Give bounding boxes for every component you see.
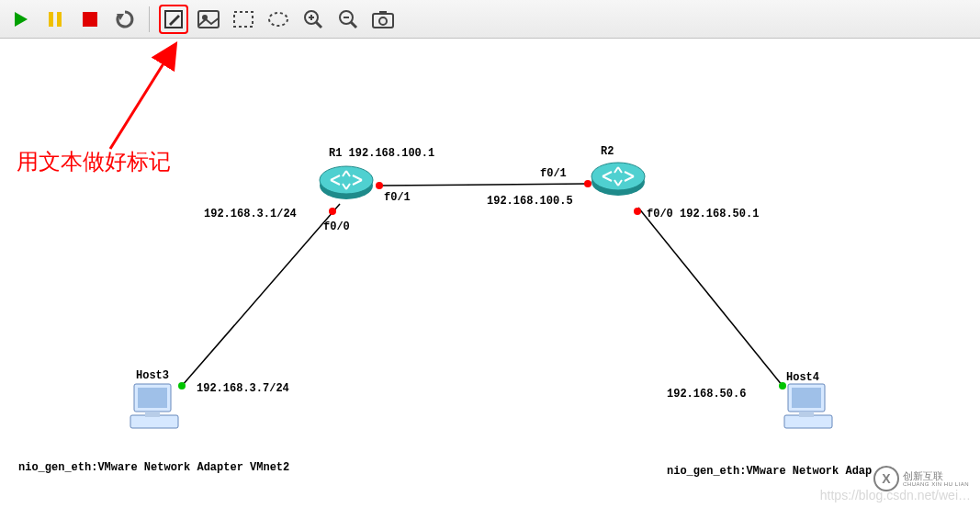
svg-rect-6 [198, 11, 219, 28]
router-r2[interactable] [590, 156, 647, 202]
label-host4-ip: 192.168.50.6 [667, 388, 746, 401]
router-icon [318, 160, 375, 202]
screenshot-button[interactable] [368, 5, 398, 34]
zoom-out-button[interactable] [333, 5, 363, 34]
svg-marker-0 [15, 12, 28, 27]
svg-rect-36 [792, 388, 821, 408]
label-r2-title: R2 [601, 145, 614, 158]
zoom-in-button[interactable] [299, 5, 328, 34]
label-nic-left: nio_gen_eth:VMware Network Adapter VMnet… [18, 461, 289, 474]
label-nic-right: nio_gen_eth:VMware Network Adap [667, 465, 872, 478]
port-r1-f00 [329, 208, 336, 215]
brand-glyph: X [873, 466, 899, 491]
svg-line-24 [638, 208, 783, 386]
label-r1-lan: 192.168.3.1/24 [204, 208, 297, 220]
label-r2-f00: f0/0 192.168.50.1 [647, 208, 759, 220]
svg-rect-32 [138, 388, 167, 408]
rect-select-button[interactable] [229, 5, 258, 34]
label-r2-f01: f0/1 [540, 167, 567, 180]
label-r1-f01: f0/1 [384, 191, 411, 204]
svg-rect-3 [83, 12, 97, 27]
label-host4-name: Host4 [786, 371, 819, 384]
image-button[interactable] [194, 5, 223, 34]
svg-rect-2 [57, 12, 62, 27]
topology-canvas[interactable]: 用文本做好标记 [0, 39, 980, 508]
port-r1-f01 [376, 182, 383, 189]
label-r1-title: R1 192.168.100.1 [329, 147, 434, 160]
ellipse-select-button[interactable] [264, 5, 293, 34]
text-note-button[interactable] [159, 5, 188, 34]
brand-logo: X 创新互联 CHUANG XIN HU LIAN [873, 466, 969, 491]
pc-icon [781, 380, 836, 435]
svg-line-11 [316, 22, 321, 28]
label-r1-f00: f0/0 [323, 220, 350, 233]
label-host3-name: Host3 [136, 369, 169, 382]
pc-icon [127, 380, 182, 435]
svg-rect-34 [145, 412, 160, 417]
port-r2-f00 [634, 208, 641, 215]
svg-rect-33 [130, 415, 178, 428]
play-button[interactable] [6, 5, 35, 34]
router-icon [590, 156, 647, 198]
reload-button[interactable] [110, 5, 140, 34]
svg-point-19 [379, 17, 387, 25]
label-host3-ip: 192.168.3.7/24 [197, 382, 289, 395]
brand-line1: 创新互联 [903, 471, 969, 481]
svg-point-9 [269, 13, 287, 26]
svg-rect-38 [799, 412, 814, 417]
svg-rect-1 [49, 12, 53, 27]
svg-line-22 [379, 184, 588, 186]
svg-line-15 [351, 22, 356, 28]
toolbar-separator [149, 6, 150, 32]
router-r1[interactable] [318, 160, 375, 206]
svg-line-23 [182, 204, 340, 386]
brand-line2: CHUANG XIN HU LIAN [903, 481, 969, 487]
label-link-ip: 192.168.100.5 [487, 195, 573, 208]
svg-rect-37 [784, 415, 832, 428]
svg-rect-8 [234, 12, 253, 27]
host4[interactable] [781, 380, 836, 439]
stop-button[interactable] [75, 5, 105, 34]
toolbar [0, 0, 980, 39]
pause-button[interactable] [40, 5, 70, 34]
host3[interactable] [127, 380, 182, 439]
svg-rect-18 [379, 11, 387, 15]
